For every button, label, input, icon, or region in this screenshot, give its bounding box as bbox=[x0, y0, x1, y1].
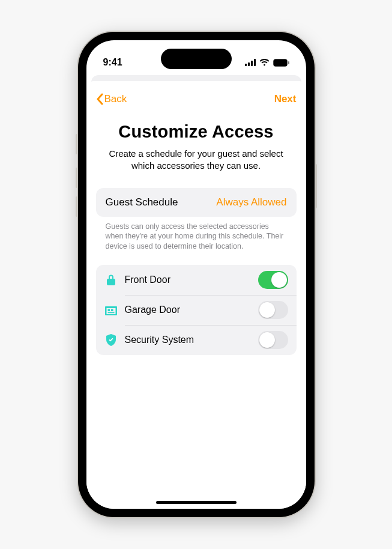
next-button[interactable]: Next bbox=[274, 93, 297, 105]
accessory-toggle[interactable] bbox=[258, 271, 288, 289]
accessory-list: Front DoorGarage DoorSecurity System bbox=[96, 265, 297, 355]
guest-schedule-row[interactable]: Guest Schedule Always Allowed bbox=[96, 188, 297, 217]
lock-icon bbox=[103, 272, 119, 288]
phone-frame: 9:41 bbox=[78, 32, 315, 517]
accessory-row: Garage Door bbox=[96, 295, 297, 325]
accessory-toggle[interactable] bbox=[258, 301, 288, 319]
guest-schedule-card: Guest Schedule Always Allowed bbox=[96, 188, 297, 217]
home-indicator[interactable] bbox=[156, 501, 237, 504]
svg-rect-6 bbox=[288, 61, 289, 64]
cellular-icon bbox=[245, 59, 256, 66]
guest-schedule-label: Guest Schedule bbox=[106, 196, 178, 208]
chevron-left-icon bbox=[96, 93, 103, 105]
garage-icon bbox=[103, 302, 119, 318]
shield-icon bbox=[103, 332, 119, 348]
page-title: Customize Access bbox=[96, 122, 297, 142]
wifi-icon bbox=[259, 59, 270, 66]
back-button[interactable]: Back bbox=[96, 93, 127, 105]
screen: 9:41 bbox=[86, 40, 306, 509]
svg-rect-5 bbox=[274, 60, 286, 65]
page-subtitle: Create a schedule for your guest and sel… bbox=[106, 148, 287, 172]
sheet: Back Next Customize Access Create a sche… bbox=[86, 81, 306, 509]
accessory-row: Security System bbox=[96, 325, 297, 355]
svg-rect-0 bbox=[245, 64, 247, 66]
nav-bar: Back Next bbox=[96, 89, 297, 109]
back-label: Back bbox=[104, 93, 127, 105]
dynamic-island bbox=[161, 49, 232, 69]
accessory-toggle[interactable] bbox=[258, 331, 288, 349]
status-time: 9:41 bbox=[103, 57, 122, 68]
svg-rect-1 bbox=[248, 62, 250, 66]
accessory-label: Security System bbox=[125, 335, 258, 345]
accessory-row: Front Door bbox=[96, 265, 297, 295]
accessory-label: Front Door bbox=[125, 274, 258, 285]
accessory-label: Garage Door bbox=[125, 305, 258, 315]
status-indicators bbox=[245, 59, 289, 67]
schedule-footnote: Guests can only access the selected acce… bbox=[96, 217, 297, 252]
guest-schedule-value: Always Allowed bbox=[216, 196, 286, 208]
svg-rect-3 bbox=[254, 59, 256, 66]
svg-rect-2 bbox=[251, 61, 253, 66]
battery-icon bbox=[273, 59, 289, 67]
